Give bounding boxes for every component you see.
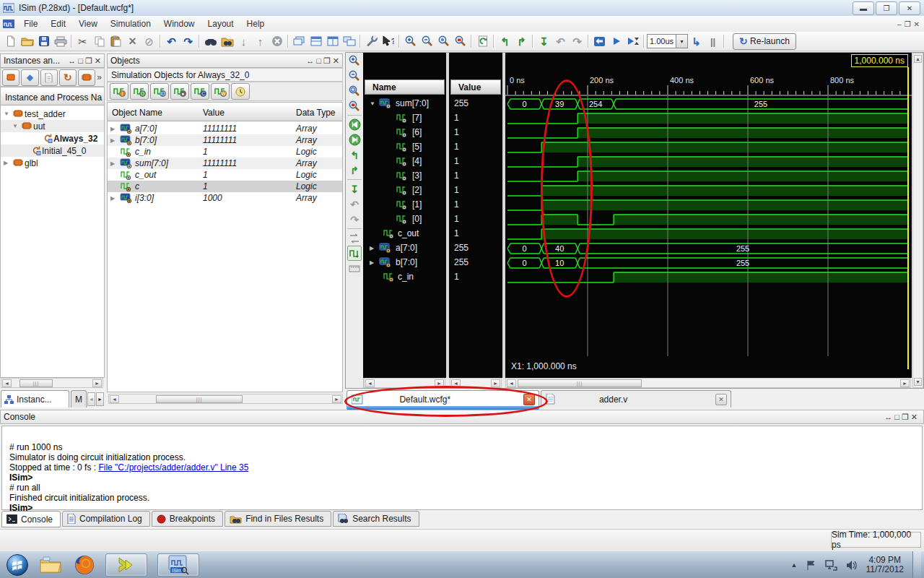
wave-signal-name-row[interactable]: ▶ a[7:0] bbox=[363, 241, 446, 255]
wave-signal-name-row[interactable]: ▶ b[7:0] bbox=[363, 255, 446, 269]
instance-chip-button[interactable] bbox=[78, 69, 95, 86]
wave-signal-value[interactable]: 1 bbox=[449, 139, 502, 154]
filter-internal-button[interactable]: ● bbox=[170, 83, 189, 100]
relaunch-button[interactable]: ↻ Re-launch bbox=[733, 33, 796, 50]
close-panel-icon[interactable]: ✕ bbox=[911, 413, 918, 420]
taskbar-explorer-button[interactable] bbox=[39, 554, 64, 576]
object-row[interactable]: c_in 1 Logic bbox=[108, 146, 342, 158]
instance-process-button[interactable]: ↻ bbox=[59, 69, 77, 86]
object-row[interactable]: c_out 1 Logic bbox=[108, 169, 342, 181]
wave-signal-name-row[interactable]: [4] bbox=[363, 154, 446, 168]
object-row[interactable]: ▶ a[7:0] 11111111 Array bbox=[108, 123, 342, 134]
cascade-windows-button[interactable] bbox=[291, 33, 308, 49]
jump-back-button[interactable]: ↰ bbox=[497, 33, 513, 49]
wave-zoom-full-button[interactable] bbox=[347, 83, 362, 98]
wave-signal-value[interactable]: 255 bbox=[449, 241, 502, 255]
wave-expander-icon[interactable]: ▶ bbox=[370, 259, 374, 266]
row-expander-icon[interactable]: ▶ bbox=[110, 195, 115, 202]
objects-column-value[interactable]: Value bbox=[199, 105, 292, 121]
copy-button[interactable] bbox=[91, 33, 108, 49]
network-icon[interactable] bbox=[825, 560, 837, 571]
filter-constant-button[interactable]: C bbox=[191, 83, 209, 100]
wave-signal-name-row[interactable]: [1] bbox=[363, 197, 446, 212]
instances-hscrollbar[interactable]: ◄|||► bbox=[1, 378, 103, 388]
tab-default-wcfg[interactable]: Default.wcfg* ✕ bbox=[346, 390, 539, 407]
bottom-tab-find-in-files-results[interactable]: Find in Files Results bbox=[225, 511, 331, 527]
menu-layout[interactable]: Layout bbox=[201, 17, 240, 31]
delete-button[interactable]: × bbox=[124, 33, 141, 49]
taskbar-firefox-button[interactable] bbox=[74, 554, 95, 576]
taskbar-clock[interactable]: 4:09 PM 11/7/2012 bbox=[866, 556, 905, 574]
undock-icon[interactable]: ↔ bbox=[68, 57, 76, 64]
console-source-link[interactable]: File "C:/projects/adder/adder.v" Line 35 bbox=[98, 462, 248, 473]
next-edge-button[interactable]: ↱ bbox=[347, 163, 362, 178]
wave-plot-area[interactable]: 0 ns200 ns400 ns600 ns800 ns039254255040… bbox=[505, 53, 912, 378]
filter-variable-button[interactable]: W bbox=[211, 83, 230, 100]
minimize-button[interactable]: ▬ bbox=[853, 1, 874, 15]
combo-dropdown-icon[interactable]: ▼ bbox=[676, 34, 688, 48]
mdi-minimize-button[interactable]: – bbox=[897, 20, 902, 28]
swap-cursors-button[interactable] bbox=[347, 230, 362, 246]
wave-name-header[interactable]: Name bbox=[365, 79, 445, 95]
undock-icon[interactable]: ↔ bbox=[884, 413, 892, 420]
console-output[interactable]: # run 1000 nsSimulator is doing circuit … bbox=[1, 426, 923, 510]
volume-icon[interactable] bbox=[846, 560, 858, 571]
start-button[interactable] bbox=[6, 554, 29, 576]
instance-cube-button[interactable]: ◆ bbox=[21, 69, 38, 86]
zoom-out-button[interactable] bbox=[419, 33, 435, 49]
wave-expander-icon[interactable]: ▶ bbox=[370, 245, 374, 251]
filter-output-button[interactable]: O bbox=[130, 83, 149, 100]
action-center-flag-icon[interactable] bbox=[806, 560, 816, 571]
run-time-combobox[interactable]: 1.00us bbox=[647, 34, 676, 48]
float-panel-icon[interactable]: ❐ bbox=[902, 413, 909, 420]
redo-button[interactable]: ↷ bbox=[180, 33, 196, 49]
wave-value-hscrollbar[interactable]: ◄► bbox=[450, 378, 502, 388]
zoom-in-button[interactable] bbox=[402, 33, 419, 49]
wave-hscrollbar[interactable]: ◄|||► bbox=[505, 378, 911, 388]
close-panel-icon[interactable]: ✕ bbox=[95, 57, 101, 64]
maximize-panel-icon[interactable]: □ bbox=[78, 57, 83, 64]
mdi-close-button[interactable]: ✕ bbox=[914, 20, 920, 28]
maximize-panel-icon[interactable]: □ bbox=[316, 57, 321, 64]
instance-tree-row[interactable]: ▼ test_adder bbox=[1, 108, 104, 120]
menu-file[interactable]: File bbox=[17, 17, 44, 31]
measure-button[interactable] bbox=[347, 261, 362, 276]
arrow-up-button[interactable]: ↑ bbox=[252, 33, 269, 49]
tree-expander-icon[interactable]: ▼ bbox=[4, 111, 9, 117]
undo-button[interactable]: ↶ bbox=[163, 33, 180, 49]
menu-edit[interactable]: Edit bbox=[44, 17, 72, 31]
step-button[interactable]: ↳ bbox=[688, 33, 705, 49]
arrow-down-button[interactable]: ↓ bbox=[235, 33, 252, 49]
save-button[interactable] bbox=[35, 33, 52, 49]
wave-signal-name-row[interactable]: c_out bbox=[363, 226, 446, 241]
close-tab-icon[interactable]: ✕ bbox=[523, 394, 535, 405]
bottom-tab-compilation-log[interactable]: Compilation Log bbox=[62, 511, 150, 527]
context-help-button[interactable]: ? bbox=[380, 33, 396, 49]
menu-window[interactable]: Window bbox=[157, 17, 201, 31]
close-button[interactable]: ✕ bbox=[899, 1, 920, 15]
mdi-restore-button[interactable]: ❐ bbox=[905, 20, 911, 28]
wave-signal-name-row[interactable]: [6] bbox=[363, 125, 446, 139]
wrench-button[interactable] bbox=[363, 33, 380, 49]
tray-expand-icon[interactable]: ▲ bbox=[791, 561, 798, 569]
menu-view[interactable]: View bbox=[72, 17, 104, 31]
wave-zoom-area-button[interactable] bbox=[347, 98, 362, 113]
wave-signal-name-row[interactable]: c_in bbox=[363, 269, 446, 284]
wave-signal-name-row[interactable]: [0] bbox=[363, 212, 446, 226]
new-file-button[interactable] bbox=[2, 33, 19, 49]
show-desktop-button[interactable] bbox=[912, 551, 921, 578]
wave-signal-value[interactable]: 255 bbox=[449, 96, 502, 111]
maximize-panel-icon[interactable]: □ bbox=[894, 413, 899, 420]
goto-time-button[interactable] bbox=[591, 33, 608, 49]
instance-module-button[interactable] bbox=[2, 69, 19, 86]
object-row[interactable]: ▶ b[7:0] 11111111 Array bbox=[108, 134, 342, 146]
find-in-files-button[interactable] bbox=[219, 33, 235, 49]
instance-tree-row[interactable]: ▶ glbl bbox=[1, 157, 104, 169]
add-marker-button[interactable]: ↧ bbox=[347, 181, 362, 197]
bottom-tab-breakpoints[interactable]: Breakpoints bbox=[152, 511, 223, 527]
wave-signal-value[interactable]: 1 bbox=[449, 269, 502, 284]
wave-signal-value[interactable]: 1 bbox=[449, 125, 502, 139]
object-row[interactable]: ▶ i[3:0] 1000 Array bbox=[108, 192, 342, 204]
reload-button[interactable] bbox=[474, 33, 491, 49]
wave-value-header[interactable]: Value bbox=[450, 79, 501, 95]
